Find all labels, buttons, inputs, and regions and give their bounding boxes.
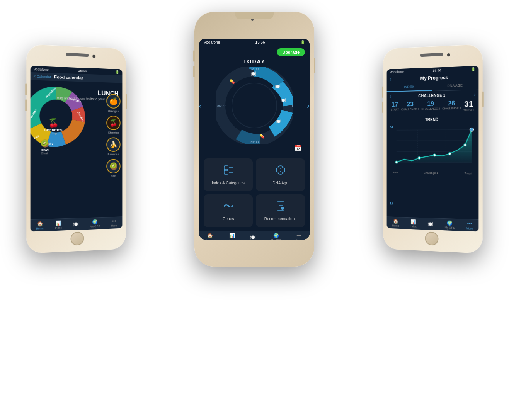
nav-gps-right[interactable]: 🌍 My GPS <box>445 220 455 229</box>
nav-more-right-label: More <box>466 227 473 230</box>
svg-text:🍽️: 🍽️ <box>276 119 281 124</box>
orange-label: Oranges <box>108 109 119 112</box>
phone-home-right[interactable] <box>425 231 439 245</box>
svg-text:12:00: 12:00 <box>250 67 259 71</box>
c3-label: CHALLENGE 3 <box>442 107 461 110</box>
phone-vol-btn-left <box>25 83 27 95</box>
svg-text:💊: 💊 <box>259 133 265 139</box>
nav-more-right[interactable]: ••• More <box>466 221 473 230</box>
banana-label: Bananas <box>107 153 119 156</box>
nav-home-right-label: Home <box>392 224 399 227</box>
svg-point-29 <box>232 205 233 207</box>
start-value: 17 <box>391 101 399 108</box>
home-icon-center: 🏠 <box>207 233 213 238</box>
nav-index-left[interactable]: 📊 Index <box>55 220 62 229</box>
back-button-right[interactable]: ‹ <box>390 77 391 82</box>
index-categories-card[interactable]: Index & Categories <box>204 158 253 191</box>
phone-vol-btn-right <box>382 87 383 98</box>
cherries-emoji: 🍒 <box>44 118 63 128</box>
index-categories-label: Index & Categories <box>212 181 245 185</box>
svg-text:💊: 💊 <box>230 79 235 84</box>
nav-index-center[interactable]: 📊 Index <box>229 233 235 240</box>
trend-target-label: Target <box>465 172 472 175</box>
nav-food-right[interactable]: 🍽️ <box>427 221 433 227</box>
home-icon-right: 🏠 <box>393 219 398 224</box>
battery-left: 🔋 <box>115 70 119 74</box>
svg-point-47 <box>470 128 474 131</box>
clock-prev-button[interactable]: ‹ <box>199 101 202 110</box>
upgrade-button[interactable]: Upgrade <box>277 48 305 56</box>
index-icon: 📊 <box>56 220 61 226</box>
y-axis-min: 17 <box>390 201 393 205</box>
svg-text:✓: ✓ <box>282 207 283 210</box>
food-icon-center: 🍽️ <box>250 235 256 240</box>
nav-gps-left[interactable]: 🌍 My GPS <box>90 219 100 228</box>
kiwi-circle[interactable]: 🥝 <box>106 159 120 173</box>
food-calendar-title: Food calendar <box>54 75 83 80</box>
tab-dna-age[interactable]: DNA AGE <box>432 81 478 91</box>
more-icon-center: ••• <box>296 233 301 238</box>
kiwi-emoji: 🥝 <box>40 139 49 148</box>
phone-left: Vodafone 15:56 🔋 < Calendar Food calenda… <box>26 44 126 253</box>
tab-index[interactable]: INDEX <box>387 82 432 92</box>
clock-section: ‹ <box>199 67 310 144</box>
nav-more-left[interactable]: ••• More <box>111 219 117 227</box>
trend-section: TREND 31 17 <box>387 115 479 219</box>
nav-food-left[interactable]: 🍽️ <box>73 221 79 227</box>
recommendations-icon: ✓ <box>275 201 286 214</box>
battery-center: 🔋 <box>300 40 305 44</box>
screen-center: Vodafone 15:56 🔋 Upgrade TODAY ‹ <box>199 39 310 240</box>
index-icon-center: 📊 <box>229 233 235 238</box>
recommendations-card[interactable]: ✓ Recommendations <box>256 194 305 227</box>
orange-circle[interactable]: 🍊 <box>106 94 120 109</box>
nav-more-center[interactable]: ••• More <box>296 233 302 240</box>
kiwi-label: Kiwi <box>111 174 116 178</box>
genes-card[interactable]: Genes <box>204 194 253 227</box>
c1-value: 23 <box>401 101 419 108</box>
food-icon-right: 🍽️ <box>427 221 433 227</box>
cherry-circle[interactable]: 🍒 <box>106 116 120 130</box>
nav-index-right[interactable]: 📊 Index <box>410 219 417 228</box>
svg-text:24:00: 24:00 <box>250 140 259 144</box>
target-value: 31 <box>463 100 475 109</box>
nav-gps-center[interactable]: 🌍 My GPS <box>271 233 281 240</box>
gps-icon: 🌍 <box>92 219 98 224</box>
list-item[interactable]: 🍌 Bananas <box>106 137 120 156</box>
progress-app-screen: Vodafone 15:56 🔋 ‹ My Progress INDEX DNA… <box>387 66 479 232</box>
challenge-next[interactable]: › <box>474 92 475 97</box>
list-item[interactable]: 🍒 Cherries <box>106 116 120 134</box>
c1-label: CHALLENGE 1 <box>401 108 419 111</box>
gps-icon-right: 🌍 <box>447 220 453 226</box>
clock-next-button[interactable]: › <box>307 101 310 110</box>
svg-text:🍽️: 🍽️ <box>250 71 256 77</box>
genes-icon <box>223 201 234 214</box>
svg-point-44 <box>433 154 436 156</box>
trend-chart-svg <box>390 124 475 170</box>
battery-right: 🔋 <box>471 67 475 71</box>
phone-vol-btn2-left <box>25 99 27 111</box>
phone-home-left[interactable] <box>71 231 84 245</box>
list-item[interactable]: 🍊 Oranges <box>106 94 120 113</box>
svg-text:🍽️: 🍽️ <box>275 83 281 89</box>
back-button-left[interactable]: < Calendar <box>34 74 51 79</box>
phone-speaker-left <box>66 53 89 57</box>
calendar-icon[interactable]: 📅 <box>294 144 302 151</box>
challenge-num-2: 19 CHALLENGE 2 <box>421 100 440 112</box>
target-label: TARGET <box>463 109 475 112</box>
challenge-num-1: 23 CHALLENGE 1 <box>401 101 419 113</box>
svg-point-27 <box>224 205 225 207</box>
banana-circle[interactable]: 🍌 <box>106 137 120 151</box>
screen-right: Vodafone 15:56 🔋 ‹ My Progress INDEX DNA… <box>387 66 479 232</box>
nav-food-center[interactable]: 🍽️ <box>250 235 256 240</box>
phone-notch <box>235 12 274 19</box>
nav-home-right[interactable]: 🏠 Home <box>392 219 399 227</box>
nav-gps-label: My GPS <box>90 225 100 228</box>
nav-home-left[interactable]: 🏠 Home <box>36 221 44 230</box>
nav-home-center[interactable]: 🏠 Home <box>206 233 214 240</box>
dna-age-card[interactable]: ✕ ✕ DNA Age <box>256 158 305 191</box>
home-icon: 🏠 <box>37 221 43 227</box>
carrier-right: Vodafone <box>390 70 403 74</box>
calendar-area: 📅 <box>199 144 310 155</box>
list-item[interactable]: 🥝 Kiwi <box>106 159 120 178</box>
carrier-center: Vodafone <box>204 40 220 44</box>
